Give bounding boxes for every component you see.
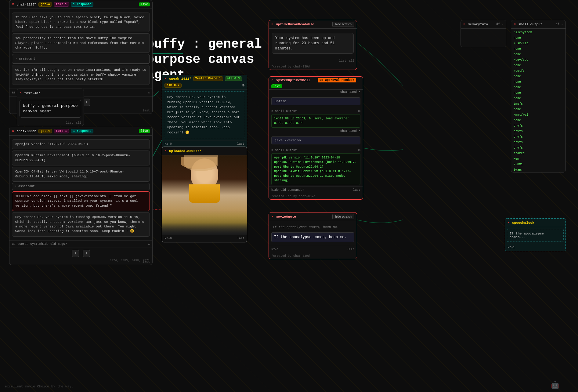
close-icon-8[interactable]: × (271, 215, 273, 219)
copy-icon[interactable]: ⧉ (358, 110, 360, 113)
kz-label-2: kz-0 (164, 237, 172, 240)
movie-quote-node: × movieQuote hide scratch If the apocaly… (269, 212, 357, 259)
uptime-created: *created by chat-839d (269, 64, 357, 70)
list-item: none (514, 79, 563, 85)
list-item: /mnt/wsl (514, 112, 563, 118)
speak-1821-header: × speak-1821* Tester Voice 1 sta 0.3 sim… (162, 75, 247, 89)
list-item: none (514, 35, 563, 41)
uptime-footer: list all (269, 58, 357, 64)
msg-jdk-3: OpenJDK 64-Bit Server VM (build 11.0.19+… (12, 167, 150, 182)
msg-assistant-label: × assistant (12, 183, 150, 190)
list-item: /dev/sdc (514, 57, 563, 63)
upload-icon-2[interactable]: ⬆ (72, 250, 79, 257)
chat-1237-title: chat-1237* (16, 3, 37, 6)
close-icon-6[interactable]: × (271, 22, 273, 27)
shell-output-title-2: × shell output (271, 149, 297, 152)
list-item: shared (514, 151, 563, 156)
list-item: none (514, 90, 563, 96)
shell-title: systemUpTimeShell (276, 78, 310, 82)
live-badge-shell: live (271, 84, 282, 88)
shell-right-title: shell output (518, 23, 542, 26)
msg-block-assistant: × assistant (12, 54, 150, 64)
live-badge: live (139, 2, 150, 6)
uptime-input-row (269, 94, 363, 108)
uploaded-node: × uploaded-839277* kz-0 last (162, 147, 247, 242)
hide-msgs-label-2[interactable]: hide old msgs? (41, 242, 67, 246)
shell-output-1-section: × shell output ⧉ 14:03:08 up 23:51, 0 us… (269, 108, 363, 129)
last-label-3: last (237, 237, 244, 240)
no-approval-badge: No approval needed! (318, 78, 356, 82)
chat-badge-2: chat-839d × (340, 129, 360, 133)
memory-info-content (461, 29, 506, 47)
gpt4-badge-2: gpt-4 (38, 129, 52, 133)
speak-1821-title: speak-1821* (169, 77, 191, 81)
java-input[interactable] (271, 136, 360, 144)
hide-scratch-button[interactable]: hide scratch (332, 22, 354, 27)
close-icon-5[interactable]: × (164, 149, 167, 153)
uploaded-header: × uploaded-839277* (162, 147, 247, 155)
text-48-content: buffy : general purpose canvas agent (17, 97, 84, 120)
msg-jdk-2: OpenJDK Runtime Environment (build 11.0.… (12, 151, 150, 165)
all-label-2[interactable]: all (349, 59, 354, 63)
close-icon-9[interactable]: × (514, 22, 516, 27)
uptime-input[interactable] (271, 97, 360, 105)
hide-scratch-button-2[interactable]: hide scratch (332, 214, 354, 219)
close-icon-4[interactable]: × (164, 77, 167, 81)
uptime-header: × uptimeHumanReadable hide scratch (269, 20, 357, 29)
speech-block-node: × speechBlock If the apocalypse comes...… (505, 218, 566, 251)
list-label[interactable]: list (66, 121, 73, 125)
chat-1237-header: × chat-1237* gpt-4 temp 1 1 response liv… (9, 0, 152, 9)
as-user-label-2: as user (12, 242, 25, 246)
canvas-coords: 3274, 3385, 3498, 3771 (110, 259, 150, 262)
shell-right-node: × shell output df - Filesystem none /usr… (511, 20, 566, 172)
response-badge: 1 response (71, 2, 93, 7)
settings-icon[interactable]: ⊗ (242, 83, 244, 88)
text-48-node: × text-48* buffy : general purpose canva… (17, 89, 84, 126)
speech-block-header: × speechBlock (505, 219, 565, 227)
shell-right-list: Filesystem none /usr/lib none none /dev/… (511, 29, 565, 172)
temp-badge-2: temp 1 (54, 129, 69, 133)
kz-label: kz-0 (164, 142, 172, 146)
movie-quote-title: movieQuote (276, 215, 296, 219)
uptime-title: uptimeHumanReadable (276, 23, 314, 26)
memory-info-node: × memoryInfo df - (461, 20, 506, 47)
list-item: none (514, 107, 563, 112)
list-item: none (514, 74, 563, 79)
copy-icon-2[interactable]: ⧉ (358, 149, 360, 152)
movie-quote-content: If the apocalypse comes, beep me. (269, 221, 357, 246)
chat-839d-node: × chat-839d* gpt-4 temp 1 1 response liv… (9, 127, 153, 265)
bottom-status: excellent movie Choice by the way. (5, 385, 73, 388)
uptime-node: × uptimeHumanReadable hide scratch Your … (269, 20, 357, 70)
close-icon-11[interactable]: × (463, 22, 465, 27)
shell-output-content-1: 14:03:08 up 23:51, 0 users, load average… (271, 114, 360, 128)
last-label-shell: last (353, 188, 360, 192)
movie-quote-footer: kz-1 last (269, 246, 357, 253)
uptime-content: Your system has been up and running for … (269, 29, 357, 58)
kz-label-movie: kz-1 (271, 248, 279, 251)
tester-voice-badge: Tester Voice 1 (193, 76, 223, 81)
close-icon-2[interactable]: × (20, 91, 22, 95)
sta-badge: sta 0.3 (225, 76, 242, 81)
close-icon[interactable]: × (12, 2, 14, 7)
list-item: none (514, 52, 563, 57)
list-item: Mem: (514, 156, 563, 162)
download-icon-2[interactable]: ⬇ (83, 250, 90, 257)
uploaded-footer: kz-0 last (162, 235, 247, 242)
speak-content: Hey there! So, your system is running Op… (164, 91, 245, 138)
movie-quote-input[interactable] (271, 223, 354, 231)
shell-created: *controlled by chat-839d (269, 194, 363, 199)
close-icon-7[interactable]: × (271, 78, 273, 82)
all-label[interactable]: all (76, 121, 81, 125)
memory-info-title: memoryInfo (468, 23, 488, 26)
text-48-title: text-48* (24, 91, 40, 95)
list-item: none (514, 118, 563, 123)
close-icon-3[interactable]: × (12, 129, 14, 133)
speech-footer: kz-1 (505, 244, 565, 251)
list-item: drvfs (514, 134, 563, 140)
close-icon-10[interactable]: × (508, 221, 510, 225)
df-badge: df - (556, 23, 563, 26)
hide-commands[interactable]: hide old commands? (271, 188, 304, 192)
list-label-2[interactable]: list (339, 59, 346, 63)
speak-text: Hey there! So, your system is running Op… (167, 95, 242, 135)
list-item: none (514, 96, 563, 101)
